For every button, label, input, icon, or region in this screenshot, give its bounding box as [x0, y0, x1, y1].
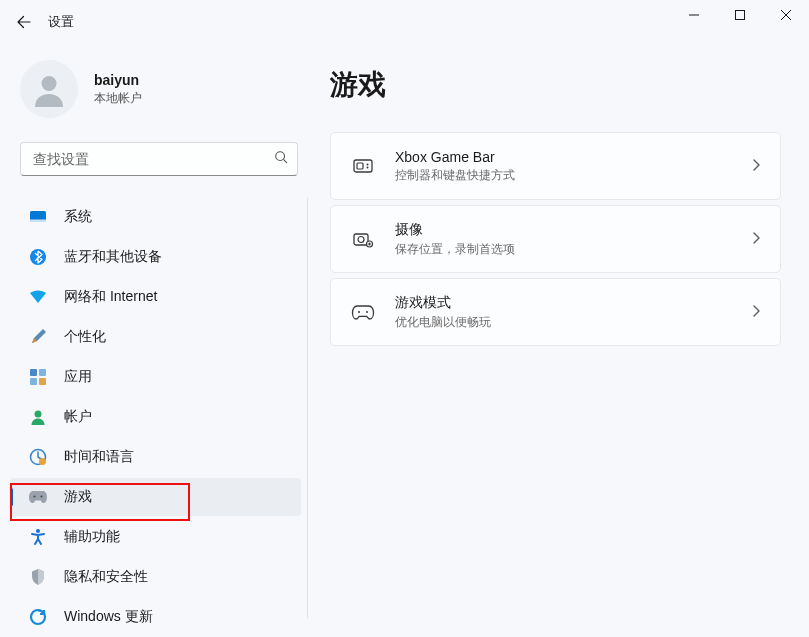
chevron-right-icon [750, 230, 762, 248]
back-button[interactable] [8, 6, 40, 38]
wifi-icon [28, 287, 48, 307]
card-text: 游戏模式 优化电脑以便畅玩 [395, 294, 750, 331]
sidebar-item-label: 个性化 [64, 328, 106, 346]
update-icon [28, 607, 48, 627]
card-sub: 保存位置，录制首选项 [395, 241, 750, 258]
svg-point-12 [39, 458, 46, 465]
sidebar-item-personalization[interactable]: 个性化 [10, 318, 301, 356]
nav-list: 系统 蓝牙和其他设备 网络和 Internet 个性化 应用 [10, 198, 308, 618]
svg-rect-8 [30, 378, 37, 385]
sidebar-item-windows-update[interactable]: Windows 更新 [10, 598, 301, 636]
card-captures[interactable]: 摄像 保存位置，录制首选项 [330, 205, 781, 273]
sidebar-item-label: 应用 [64, 368, 92, 386]
sidebar-item-label: 蓝牙和其他设备 [64, 248, 162, 266]
minimize-button[interactable] [671, 0, 717, 30]
account-icon [28, 407, 48, 427]
close-icon [781, 10, 791, 20]
svg-rect-0 [736, 11, 745, 20]
chevron-right-icon [750, 303, 762, 321]
maximize-button[interactable] [717, 0, 763, 30]
chevron-right-icon [750, 157, 762, 175]
svg-rect-7 [39, 369, 46, 376]
sidebar-item-accessibility[interactable]: 辅助功能 [10, 518, 301, 556]
sidebar-item-privacy[interactable]: 隐私和安全性 [10, 558, 301, 596]
minimize-icon [689, 10, 699, 20]
search-icon [274, 150, 288, 168]
gamepad-icon [28, 487, 48, 507]
avatar [20, 60, 78, 118]
profile-text: baiyun 本地帐户 [94, 72, 142, 107]
gamebar-icon [349, 152, 377, 180]
sidebar-item-label: 辅助功能 [64, 528, 120, 546]
profile-block[interactable]: baiyun 本地帐户 [10, 44, 308, 142]
sidebar-item-system[interactable]: 系统 [10, 198, 301, 236]
svg-rect-6 [30, 369, 37, 376]
svg-rect-4 [30, 220, 46, 223]
svg-point-14 [40, 495, 42, 497]
sidebar-item-bluetooth[interactable]: 蓝牙和其他设备 [10, 238, 301, 276]
sidebar-item-gaming[interactable]: 游戏 [10, 478, 301, 516]
svg-point-25 [366, 311, 368, 313]
sidebar-item-label: Windows 更新 [64, 608, 153, 626]
close-button[interactable] [763, 0, 809, 30]
svg-point-10 [35, 411, 42, 418]
content: baiyun 本地帐户 系统 蓝牙和其他设备 [0, 44, 809, 637]
shield-icon [28, 567, 48, 587]
sidebar-item-network[interactable]: 网络和 Internet [10, 278, 301, 316]
system-icon [28, 207, 48, 227]
profile-name: baiyun [94, 72, 142, 88]
page-title: 游戏 [330, 66, 781, 104]
card-text: Xbox Game Bar 控制器和键盘快捷方式 [395, 149, 750, 184]
sidebar-item-label: 系统 [64, 208, 92, 226]
svg-point-22 [358, 237, 364, 243]
sidebar-item-label: 时间和语言 [64, 448, 134, 466]
window-title: 设置 [48, 14, 74, 31]
window-controls [671, 0, 809, 30]
bluetooth-icon [28, 247, 48, 267]
controller-icon [349, 298, 377, 326]
card-title: Xbox Game Bar [395, 149, 750, 165]
card-xbox-game-bar[interactable]: Xbox Game Bar 控制器和键盘快捷方式 [330, 132, 781, 200]
sidebar-item-accounts[interactable]: 帐户 [10, 398, 301, 436]
search-input[interactable] [20, 142, 298, 176]
svg-point-13 [33, 495, 35, 497]
svg-point-20 [367, 167, 369, 169]
paintbrush-icon [28, 327, 48, 347]
svg-rect-18 [357, 163, 363, 169]
arrow-left-icon [16, 14, 32, 30]
clock-globe-icon [28, 447, 48, 467]
camera-icon [349, 225, 377, 253]
card-game-mode[interactable]: 游戏模式 优化电脑以便畅玩 [330, 278, 781, 346]
apps-icon [28, 367, 48, 387]
svg-point-15 [36, 529, 40, 533]
sidebar-item-time-language[interactable]: 时间和语言 [10, 438, 301, 476]
nav: 系统 蓝牙和其他设备 网络和 Internet 个性化 应用 [10, 196, 308, 618]
maximize-icon [735, 10, 745, 20]
sidebar-item-label: 游戏 [64, 488, 92, 506]
search-wrap [20, 142, 298, 176]
svg-rect-9 [39, 378, 46, 385]
svg-point-24 [358, 311, 360, 313]
card-text: 摄像 保存位置，录制首选项 [395, 221, 750, 258]
sidebar-item-label: 网络和 Internet [64, 288, 157, 306]
card-sub: 优化电脑以便畅玩 [395, 314, 750, 331]
sidebar-item-label: 帐户 [64, 408, 92, 426]
profile-sub: 本地帐户 [94, 90, 142, 107]
svg-point-19 [367, 164, 369, 166]
svg-point-2 [276, 152, 285, 161]
sidebar-item-label: 隐私和安全性 [64, 568, 148, 586]
sidebar-item-apps[interactable]: 应用 [10, 358, 301, 396]
sidebar: baiyun 本地帐户 系统 蓝牙和其他设备 [0, 44, 308, 637]
card-sub: 控制器和键盘快捷方式 [395, 167, 750, 184]
card-title: 摄像 [395, 221, 750, 239]
person-icon [29, 69, 69, 109]
card-title: 游戏模式 [395, 294, 750, 312]
svg-point-1 [42, 76, 57, 91]
accessibility-icon [28, 527, 48, 547]
svg-rect-21 [354, 234, 368, 245]
main: 游戏 Xbox Game Bar 控制器和键盘快捷方式 摄像 保存位置，录制首选… [308, 44, 809, 637]
